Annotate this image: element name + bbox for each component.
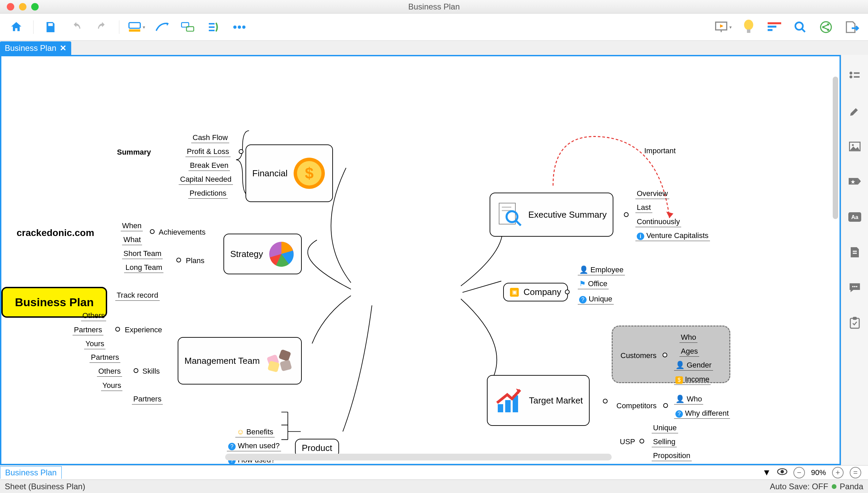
filter-icon[interactable]: ▼	[762, 467, 771, 478]
more-button[interactable]	[229, 17, 250, 37]
leaf[interactable]: Yours	[101, 380, 122, 391]
brainstorm-button[interactable]	[738, 17, 759, 37]
leaf[interactable]: Profit & Loss	[185, 146, 231, 157]
leaf[interactable]: Proposition	[652, 451, 692, 461]
group-customers[interactable]: Customers	[619, 351, 658, 361]
leaf[interactable]: ☺ Benefits	[235, 427, 275, 437]
gantt-button[interactable]	[764, 17, 785, 37]
connector-dot	[663, 403, 668, 408]
node-management[interactable]: Management Team	[178, 337, 302, 384]
leaf[interactable]: ? Unique	[578, 294, 614, 304]
undo-button[interactable]	[66, 17, 86, 37]
leaf[interactable]: Capital Needed	[179, 174, 233, 185]
svg-marker-53	[858, 178, 861, 184]
node-strategy[interactable]: Strategy	[223, 234, 302, 274]
font-panel-button[interactable]: Aa	[847, 210, 862, 224]
home-button[interactable]	[6, 17, 26, 37]
hands-icon	[264, 346, 295, 376]
connector-dot	[239, 149, 243, 154]
leaf[interactable]: Ages	[679, 346, 699, 357]
leaf[interactable]: Overview	[635, 189, 669, 199]
leaf[interactable]: ? Why different	[674, 408, 730, 419]
leaf[interactable]: ? When used?	[227, 441, 281, 451]
minimize-window-button[interactable]	[19, 3, 26, 11]
leaf[interactable]: i Venture Capitalists	[635, 231, 710, 241]
task-panel-button[interactable]	[847, 315, 862, 330]
svg-point-10	[242, 25, 245, 29]
leaf[interactable]: Unique	[652, 423, 678, 433]
svg-rect-15	[747, 29, 750, 33]
leaf[interactable]: Continuously	[635, 217, 681, 227]
presentation-button[interactable]	[713, 17, 733, 37]
leaf[interactable]: Selling	[652, 437, 677, 447]
summary-button[interactable]	[203, 17, 224, 37]
zoom-in-button[interactable]: +	[832, 467, 844, 478]
connector-dot	[603, 399, 608, 403]
fit-button[interactable]: =	[850, 467, 861, 478]
svg-rect-42	[505, 400, 511, 412]
leaf[interactable]: Long Team	[124, 262, 163, 273]
group-usp[interactable]: USP	[618, 437, 636, 447]
leaf[interactable]: ⚑ Office	[578, 279, 609, 289]
group-plans[interactable]: Plans	[184, 256, 206, 266]
save-button[interactable]	[40, 17, 61, 37]
horizontal-scrollbar[interactable]	[225, 454, 612, 460]
group-competitors[interactable]: Competitors	[615, 401, 658, 411]
leaf[interactable]: Last	[635, 202, 652, 213]
leaf[interactable]: Who	[679, 332, 697, 343]
document-tab[interactable]: Business Plan ✕	[0, 41, 71, 55]
connector-dot	[663, 353, 667, 357]
leaf[interactable]: Partners	[73, 325, 103, 335]
boundary-button[interactable]	[178, 17, 198, 37]
group-achievements[interactable]: Achievements	[157, 227, 207, 237]
leaf[interactable]: $ Income	[674, 374, 711, 385]
leaf[interactable]: When	[121, 221, 143, 231]
node-executive[interactable]: Executive Summary	[490, 193, 613, 237]
leaf[interactable]: 👤 Who	[674, 394, 703, 405]
leaf[interactable]: Yours	[84, 339, 105, 349]
node-target[interactable]: Target Market	[487, 375, 590, 426]
leaf[interactable]: 👤 Employee	[578, 265, 625, 275]
outline-panel-button[interactable]	[847, 68, 862, 83]
group-label-summary[interactable]: Summary	[116, 147, 152, 157]
relationship-button[interactable]	[152, 17, 172, 37]
group-skills[interactable]: Skills	[141, 366, 161, 376]
zoom-out-button[interactable]: −	[793, 467, 805, 478]
leaf[interactable]: Partners	[132, 394, 163, 405]
export-button[interactable]	[842, 17, 862, 37]
image-panel-button[interactable]	[847, 139, 862, 154]
format-panel-button[interactable]	[847, 104, 862, 119]
maximize-window-button[interactable]	[31, 3, 39, 11]
leaf[interactable]: Others	[81, 311, 106, 321]
node-label: Strategy	[230, 249, 263, 259]
mindmap-canvas[interactable]: crackedonic.com Business Plan Financial …	[0, 55, 841, 465]
leaf[interactable]: What	[122, 235, 142, 245]
connector-dot	[134, 368, 138, 373]
vertical-scrollbar[interactable]	[833, 77, 838, 219]
leaf[interactable]: Short Team	[122, 249, 163, 259]
leaf[interactable]: 👤 Gender	[674, 360, 713, 371]
group-experience[interactable]: Experience	[123, 325, 163, 335]
comments-panel-button[interactable]	[847, 280, 862, 295]
share-button[interactable]	[816, 17, 836, 37]
leaf[interactable]: Others	[97, 366, 122, 377]
leaf[interactable]: Break Even	[189, 160, 230, 171]
leaf[interactable]: Track record	[115, 290, 160, 301]
node-company[interactable]: ▣ Company	[503, 283, 568, 301]
svg-point-59	[852, 286, 853, 287]
visibility-icon[interactable]	[777, 468, 787, 477]
notes-panel-button[interactable]	[847, 245, 862, 260]
redo-button[interactable]	[92, 17, 112, 37]
search-button[interactable]	[790, 17, 810, 37]
connector-dot	[115, 327, 120, 332]
close-tab-icon[interactable]: ✕	[60, 43, 66, 53]
right-sidebar: ★ Aa	[841, 55, 868, 465]
leaf[interactable]: Predictions	[188, 188, 228, 199]
leaf[interactable]: Cash Flow	[191, 133, 229, 143]
topic-button[interactable]	[126, 17, 146, 37]
close-window-button[interactable]	[7, 3, 14, 11]
marker-panel-button[interactable]: ★	[847, 174, 862, 189]
sheet-tab[interactable]: Business Plan	[0, 466, 62, 479]
leaf[interactable]: Partners	[90, 352, 120, 363]
node-financial[interactable]: Financial $	[245, 144, 333, 202]
